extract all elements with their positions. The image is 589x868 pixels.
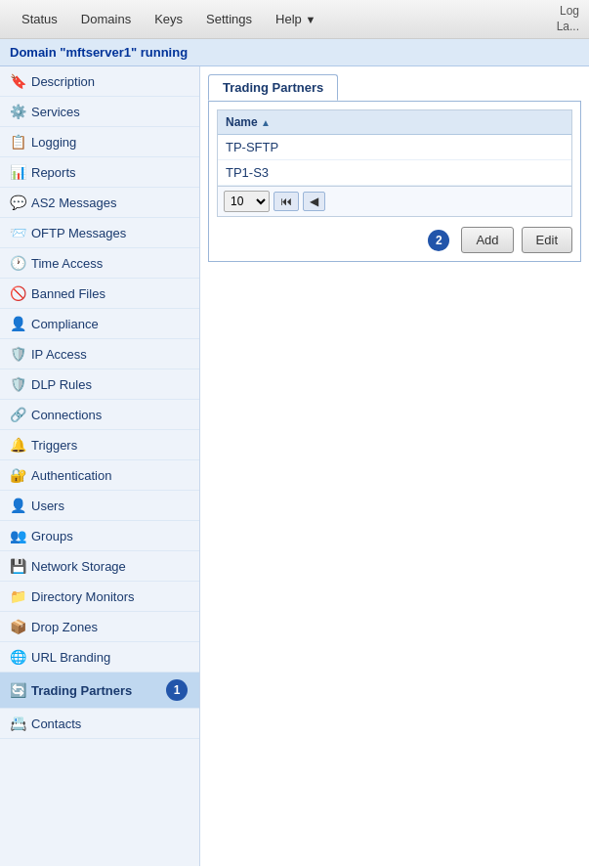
sidebar-item-compliance[interactable]: 👤 Compliance xyxy=(0,309,199,339)
trading-partners-table-container: Name ▲ TP-SFTP TP1-S3 xyxy=(217,109,572,217)
sidebar-item-network-storage[interactable]: 💾 Network Storage xyxy=(0,551,199,582)
sidebar-item-groups[interactable]: 👥 Groups xyxy=(0,521,199,551)
ip-access-icon: 🛡️ xyxy=(10,346,25,362)
user-info: Log La... xyxy=(557,4,579,34)
sidebar-item-authentication[interactable]: 🔐 Authentication xyxy=(0,460,199,491)
nav-help[interactable]: Help ▼ xyxy=(264,4,327,34)
sidebar-item-time-access[interactable]: 🕐 Time Access xyxy=(0,248,199,279)
sidebar-item-description[interactable]: 🔖 Description xyxy=(0,66,199,97)
sidebar-item-as2-messages[interactable]: 💬 AS2 Messages xyxy=(0,188,199,218)
triggers-icon: 🔔 xyxy=(10,437,25,453)
trading-partners-icon: 🔄 xyxy=(10,682,25,698)
trading-partners-tbody: TP-SFTP TP1-S3 xyxy=(218,135,571,186)
sidebar-item-users[interactable]: 👤 Users xyxy=(0,491,199,521)
sidebar-item-trading-partners[interactable]: 🔄 Trading Partners 1 xyxy=(0,673,199,709)
directory-monitors-icon: 📁 xyxy=(10,588,25,604)
content-area: Trading Partners Name ▲ T xyxy=(200,66,589,866)
dlp-icon: 🛡️ xyxy=(10,376,25,392)
nav-domains[interactable]: Domains xyxy=(69,4,143,34)
sidebar-item-url-branding[interactable]: 🌐 URL Branding xyxy=(0,642,199,673)
authentication-icon: 🔐 xyxy=(10,467,25,483)
sidebar-item-services[interactable]: ⚙️ Services xyxy=(0,97,199,127)
sidebar-item-directory-monitors[interactable]: 📁 Directory Monitors xyxy=(0,582,199,612)
domain-header: Domain "mftserver1" running xyxy=(0,39,589,66)
nav-settings[interactable]: Settings xyxy=(194,4,264,34)
groups-icon: 👥 xyxy=(10,528,25,543)
sidebar-item-dlp-rules[interactable]: 🛡️ DLP Rules xyxy=(0,369,199,400)
logging-icon: 📋 xyxy=(10,134,25,150)
users-icon: 👤 xyxy=(10,498,25,513)
url-branding-icon: 🌐 xyxy=(10,649,25,665)
sidebar-item-logging[interactable]: 📋 Logging xyxy=(0,127,199,157)
add-button[interactable]: Add xyxy=(461,227,513,253)
drop-zones-icon: 📦 xyxy=(10,619,25,634)
col-name[interactable]: Name ▲ xyxy=(218,110,571,135)
nav-status[interactable]: Status xyxy=(10,4,69,34)
sidebar-item-drop-zones[interactable]: 📦 Drop Zones xyxy=(0,612,199,642)
row-tp1-s3-name: TP1-S3 xyxy=(218,160,571,186)
network-storage-icon: 💾 xyxy=(10,558,25,574)
oftp-icon: 📨 xyxy=(10,225,25,240)
services-icon: ⚙️ xyxy=(10,104,25,119)
trading-partners-badge: 1 xyxy=(166,679,188,701)
row-tp-sftp-name: TP-SFTP xyxy=(218,135,571,160)
top-navigation: Status Domains Keys Settings Help ▼ Log … xyxy=(0,0,589,39)
sidebar-item-connections[interactable]: 🔗 Connections xyxy=(0,400,199,430)
sidebar-item-oftp-messages[interactable]: 📨 OFTP Messages xyxy=(0,218,199,248)
tab-trading-partners[interactable]: Trading Partners xyxy=(208,74,338,101)
add-badge: 2 xyxy=(428,230,449,251)
as2-icon: 💬 xyxy=(10,195,25,210)
reports-icon: 📊 xyxy=(10,164,25,180)
time-access-icon: 🕐 xyxy=(10,255,25,271)
sidebar-item-banned-files[interactable]: 🚫 Banned Files xyxy=(0,279,199,309)
edit-button[interactable]: Edit xyxy=(522,227,572,253)
sidebar-item-ip-access[interactable]: 🛡️ IP Access xyxy=(0,339,199,369)
action-buttons: 2 Add Edit xyxy=(217,227,572,253)
sidebar-item-reports[interactable]: 📊 Reports xyxy=(0,157,199,188)
sidebar-item-triggers[interactable]: 🔔 Triggers xyxy=(0,430,199,460)
table-row[interactable]: TP1-S3 xyxy=(218,160,571,186)
table-row[interactable]: TP-SFTP xyxy=(218,135,571,160)
connections-icon: 🔗 xyxy=(10,407,25,422)
tab-bar: Trading Partners xyxy=(208,74,581,101)
per-page-select[interactable]: 10 25 50 100 xyxy=(224,191,270,212)
sort-asc-icon: ▲ xyxy=(261,117,271,128)
trading-partners-table: Name ▲ TP-SFTP TP1-S3 xyxy=(218,110,571,186)
sidebar-item-contacts[interactable]: 📇 Contacts xyxy=(0,709,199,739)
prev-page-button[interactable]: ◀ xyxy=(303,192,325,211)
description-icon: 🔖 xyxy=(10,73,25,89)
compliance-icon: 👤 xyxy=(10,316,25,331)
tab-content: Name ▲ TP-SFTP TP1-S3 xyxy=(208,101,581,262)
first-page-button[interactable]: ⏮ xyxy=(273,192,299,211)
contacts-icon: 📇 xyxy=(10,716,25,731)
pagination-bar: 10 25 50 100 ⏮ ◀ xyxy=(218,186,571,216)
sidebar: 🔖 Description ⚙️ Services 📋 Logging 📊 Re… xyxy=(0,66,200,866)
nav-keys[interactable]: Keys xyxy=(143,4,194,34)
help-dropdown-arrow: ▼ xyxy=(305,14,316,25)
banned-files-icon: 🚫 xyxy=(10,285,25,301)
main-layout: 🔖 Description ⚙️ Services 📋 Logging 📊 Re… xyxy=(0,66,589,866)
